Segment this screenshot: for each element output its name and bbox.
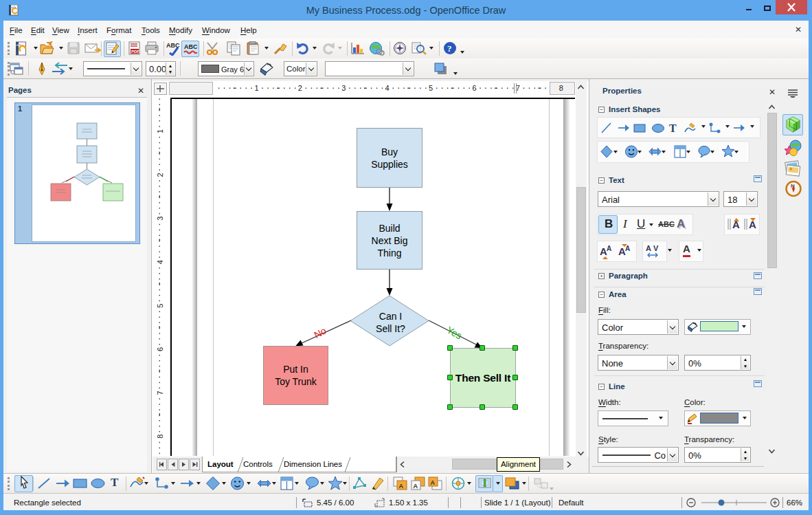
- svg-text:6: 6: [472, 84, 476, 92]
- svg-text:A: A: [646, 244, 651, 252]
- svg-text:1: 1: [254, 84, 258, 92]
- svg-text:A: A: [431, 479, 436, 486]
- svg-text:2: 2: [156, 173, 164, 177]
- svg-text:5: 5: [156, 304, 164, 308]
- svg-text:8: 8: [559, 84, 563, 92]
- svg-text:6: 6: [156, 347, 164, 351]
- svg-text:PDF: PDF: [131, 50, 139, 54]
- svg-text:2: 2: [298, 84, 302, 92]
- svg-text:?: ?: [447, 43, 452, 54]
- svg-text:3: 3: [156, 217, 164, 221]
- svg-text:A: A: [625, 245, 630, 252]
- svg-text:V: V: [653, 244, 659, 252]
- svg-text:8: 8: [156, 435, 164, 439]
- svg-text:T: T: [669, 122, 677, 134]
- svg-text:3: 3: [341, 84, 346, 92]
- svg-text:A: A: [414, 483, 418, 490]
- svg-text:4: 4: [385, 84, 390, 92]
- svg-text:1: 1: [156, 129, 164, 133]
- svg-text:4: 4: [156, 260, 164, 264]
- svg-text:ABC: ABC: [184, 43, 198, 50]
- svg-text:7: 7: [156, 391, 164, 395]
- svg-text:5: 5: [429, 84, 433, 92]
- svg-text:A: A: [399, 483, 404, 490]
- svg-text:A: A: [607, 245, 611, 252]
